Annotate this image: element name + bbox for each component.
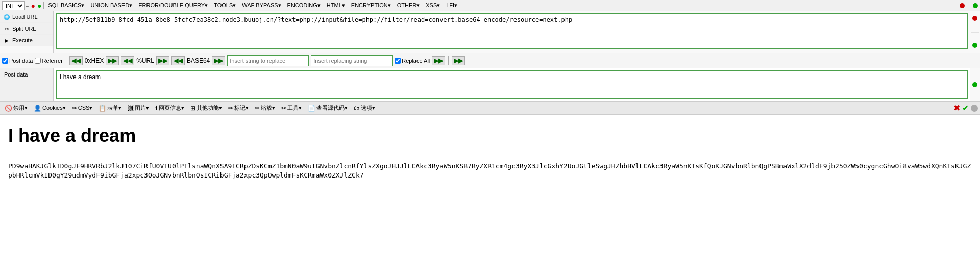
post-data-checkbox[interactable]	[2, 58, 8, 64]
menu-encoding[interactable]: ENCODING▾	[284, 2, 324, 9]
tools2-label: 工具▾	[287, 104, 302, 112]
disable-label: 禁用▾	[13, 104, 28, 112]
url-area: 🌐 Load URL ✂ Split URL ▶ Execute http://…	[0, 11, 980, 53]
close-circle-icon[interactable]: ✖	[953, 103, 960, 113]
execute-button[interactable]: ▶ Execute	[0, 35, 53, 46]
menu-tools[interactable]: TOOLS▾	[211, 2, 239, 9]
oxhex-right-arrow[interactable]: ▶▶	[106, 56, 119, 65]
dot-green: ●	[37, 2, 41, 10]
post-data-label: Post data	[0, 68, 54, 101]
split-url-label: Split URL	[12, 26, 36, 32]
menu-sql-basics[interactable]: SQL BASICS▾	[45, 2, 87, 9]
status-red	[960, 3, 965, 8]
split-url-icon: ✂	[3, 25, 10, 32]
cookies-label: Cookies▾	[42, 105, 66, 111]
replace-all-checkbox[interactable]	[395, 58, 401, 64]
mark-label: 标记▾	[234, 104, 249, 112]
insert-string-replace-input[interactable]	[227, 55, 309, 66]
url-right-arrow[interactable]: ▶▶	[156, 56, 169, 65]
menu-html[interactable]: HTML▾	[324, 2, 348, 9]
css-icon: ✏	[72, 105, 77, 112]
other-btn[interactable]: ⊞ 其他功能▾	[188, 103, 225, 113]
options-icon: 🗂	[354, 105, 360, 112]
page-encoded-text: PD9waHAKJGlkID0gJF9HRVRbJ2lkJ107CiRfU0VT…	[8, 162, 972, 180]
post-ind-green	[972, 82, 977, 87]
arrow-icon: =	[26, 3, 29, 9]
options-btn[interactable]: 🗂 选项▾	[351, 103, 378, 113]
tools2-icon: ✂	[281, 105, 286, 112]
images-icon: 🖼	[128, 105, 134, 112]
post-data-input[interactable]: I have a dream	[56, 70, 968, 99]
images-label: 图片▾	[135, 104, 149, 112]
tools2-btn[interactable]: ✂ 工具▾	[279, 103, 304, 113]
execute-label: Execute	[12, 37, 33, 43]
post-data-check-item: Post data	[2, 58, 33, 64]
url-ind-green	[972, 43, 977, 48]
page-heading: I have a dream	[8, 125, 972, 146]
forms-label: 表单▾	[107, 104, 121, 112]
mark-icon: ✏	[228, 105, 233, 112]
url-ind-dash: —	[971, 28, 979, 36]
load-url-label: Load URL	[12, 14, 38, 20]
bottom-right: ✖ ✔	[953, 103, 978, 113]
insert-replacing-string-input[interactable]	[311, 55, 393, 66]
base64-left-arrow[interactable]: ◀◀	[172, 56, 185, 65]
menu-right: —	[960, 3, 978, 8]
url-encode-label: %URL	[136, 57, 154, 64]
css-btn[interactable]: ✏ CSS▾	[69, 104, 95, 113]
url-input-wrapper: http://5ef011b9-8fcd-451a-8be8-5fcfc7ea3…	[54, 11, 970, 53]
split-url-button[interactable]: ✂ Split URL	[0, 23, 53, 35]
source-label: 查看源代码▾	[316, 104, 348, 112]
status-dash: —	[966, 3, 971, 8]
pageinfo-label: 网页信息▾	[159, 104, 184, 112]
cookies-icon: 👤	[34, 105, 41, 112]
source-btn[interactable]: 📄 查看源代码▾	[305, 103, 350, 113]
page-content: I have a dream PD9waHAKJGlkID0gJF9HRVRbJ…	[0, 115, 980, 190]
pageinfo-btn[interactable]: ℹ 网页信息▾	[153, 103, 187, 113]
zoom-btn[interactable]: ✏ 缩放▾	[252, 103, 278, 113]
replace-right-arrow[interactable]: ▶▶	[432, 56, 445, 65]
int-select[interactable]: INT	[2, 1, 24, 10]
menu-xss[interactable]: XSS▾	[423, 2, 443, 9]
check-icon[interactable]: ✔	[962, 103, 969, 113]
toolbar-row: Post data Referrer ◀◀ 0xHEX ▶▶ ◀◀ %URL ▶…	[0, 53, 980, 68]
css-label: CSS▾	[78, 105, 93, 111]
load-url-button[interactable]: 🌐 Load URL	[0, 11, 53, 23]
source-icon: 📄	[308, 105, 315, 112]
extra-arrow[interactable]: ▶▶	[452, 56, 465, 65]
referrer-checkbox[interactable]	[35, 58, 41, 64]
replace-all-check-item: Replace All	[395, 58, 430, 64]
disable-icon: 🚫	[5, 105, 12, 112]
url-left-arrow[interactable]: ◀◀	[121, 56, 134, 65]
menu-sep	[43, 2, 44, 9]
options-label: 选项▾	[361, 104, 375, 112]
base64-label: BASE64	[187, 57, 210, 64]
cookies-btn[interactable]: 👤 Cookies▾	[31, 104, 68, 113]
other-func-icon: ⊞	[190, 105, 195, 112]
forms-btn[interactable]: 📋 表单▾	[96, 103, 124, 113]
menu-bar: INT = ● ● SQL BASICS▾ UNION BASED▾ ERROR…	[0, 0, 980, 11]
mark-btn[interactable]: ✏ 标记▾	[226, 103, 251, 113]
dot-red: ●	[31, 2, 35, 10]
menu-encryption[interactable]: ENCRYPTION▾	[348, 2, 394, 9]
url-input[interactable]: http://5ef011b9-8fcd-451a-8be8-5fcfc7ea3…	[56, 13, 968, 49]
oxhex-left-arrow[interactable]: ◀◀	[69, 56, 83, 65]
disable-btn[interactable]: 🚫 禁用▾	[2, 103, 30, 113]
toolbar-sep1	[66, 56, 66, 65]
right-indicators2	[970, 68, 980, 101]
images-btn[interactable]: 🖼 图片▾	[125, 103, 152, 113]
oxhex-label: 0xHEX	[85, 57, 104, 64]
menu-lfi[interactable]: LFI▾	[443, 2, 460, 9]
bottom-toolbar: 🚫 禁用▾ 👤 Cookies▾ ✏ CSS▾ 📋 表单▾ 🖼 图片▾ ℹ 网页…	[0, 102, 980, 115]
base64-right-arrow[interactable]: ▶▶	[212, 56, 225, 65]
menu-other[interactable]: OTHER▾	[394, 2, 423, 9]
zoom-label: 缩放▾	[261, 104, 275, 112]
execute-icon: ▶	[3, 37, 10, 44]
status-circle	[971, 105, 978, 112]
post-area: Post data I have a dream	[0, 68, 980, 102]
post-data-toolbar-label: Post data	[9, 58, 33, 64]
menu-error-double[interactable]: ERROR/DOUBLE QUERY▾	[135, 2, 211, 9]
menu-waf-bypass[interactable]: WAF BYPASS▾	[239, 2, 284, 9]
menu-union-based[interactable]: UNION BASED▾	[87, 2, 135, 9]
referrer-label: Referrer	[42, 58, 62, 64]
